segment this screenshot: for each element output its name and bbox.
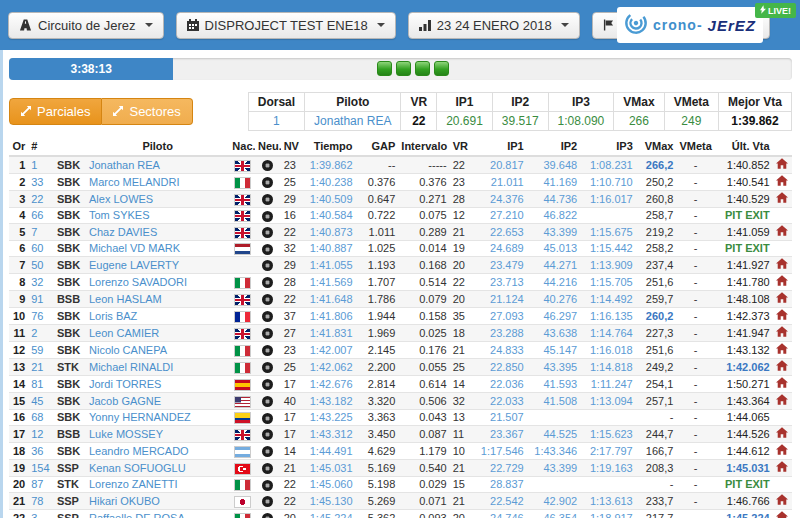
cell-num[interactable]: 21 xyxy=(28,359,54,376)
event-select-dropdown[interactable]: DISPROJECT TEST ENE18 xyxy=(176,12,396,39)
home-icon xyxy=(776,259,788,271)
cell-pilot[interactable]: Alex LOWES xyxy=(86,191,229,208)
cell-cls: SBK xyxy=(54,443,86,460)
cell-gap: 1.944 xyxy=(356,308,399,325)
cell-num[interactable]: 78 xyxy=(28,493,54,510)
cell-pilot[interactable]: Jordi TORRES xyxy=(86,376,229,393)
cell-num[interactable]: 60 xyxy=(28,241,54,257)
cell-ip1: 21.011 xyxy=(473,174,526,191)
cell-vmeta: - xyxy=(676,274,715,291)
flag-nl-icon xyxy=(234,243,251,255)
cell-ip2: 44.271 xyxy=(527,257,580,274)
cell-pilot[interactable]: Raffaelle DE ROSA xyxy=(86,510,229,518)
cell-pilot[interactable]: Leon HASLAM xyxy=(86,291,229,308)
cell-pilot[interactable]: Marco MELANDRI xyxy=(86,174,229,191)
live-badge-label: LIVE! xyxy=(768,6,791,16)
cell-num[interactable]: 12 xyxy=(28,426,54,443)
cell-cls: STK xyxy=(54,477,86,493)
cell-num[interactable]: 68 xyxy=(28,410,54,426)
cell-pilot[interactable]: Nicolo CANEPA xyxy=(86,342,229,359)
cell-gap: 1.707 xyxy=(356,274,399,291)
cell-ip1: 28.837 xyxy=(473,477,526,493)
cell-vr: 23 xyxy=(450,174,474,191)
cell-pilot[interactable]: Michael VD MARK xyxy=(86,241,229,257)
parciales-button[interactable]: Parciales xyxy=(9,98,102,125)
cell-pilot[interactable]: Yonny HERNANDEZ xyxy=(86,410,229,426)
cell-pilot[interactable]: Lorenzo SAVADORI xyxy=(86,274,229,291)
cell-pilot[interactable]: Leandro MERCADO xyxy=(86,443,229,460)
tire-icon xyxy=(262,362,273,373)
session-progress-bar: 3:38:13 xyxy=(9,58,173,80)
cell-num[interactable]: 32 xyxy=(28,274,54,291)
cell-ip1: 23.479 xyxy=(473,257,526,274)
cell-pilot[interactable]: Lorenzo ZANETTI xyxy=(86,477,229,493)
cell-num[interactable]: 7 xyxy=(28,224,54,241)
cell-num[interactable]: 87 xyxy=(28,477,54,493)
cell-pilot[interactable]: Loris BAZ xyxy=(86,308,229,325)
flag-gb-icon xyxy=(234,210,251,222)
flag-co-icon xyxy=(234,412,251,424)
cell-num[interactable]: 66 xyxy=(28,208,54,224)
cell-home xyxy=(773,257,792,274)
cell-num[interactable]: 33 xyxy=(28,174,54,191)
cell-pilot[interactable]: Leon CAMIER xyxy=(86,325,229,342)
cell-num[interactable]: 36 xyxy=(28,443,54,460)
timing-col-header-tiempo: Tiempo xyxy=(304,137,355,156)
cell-cls: SBK xyxy=(54,224,86,241)
summary-dorsal[interactable]: 1 xyxy=(248,112,304,131)
cell-num[interactable]: 154 xyxy=(28,460,54,477)
cell-ip2: 43.638 xyxy=(527,325,580,342)
timing-row: 1668SBKYonny HERNANDEZ171:43.2253.3630.0… xyxy=(9,410,792,426)
cell-num[interactable]: 1 xyxy=(28,156,54,174)
cell-num[interactable]: 81 xyxy=(28,376,54,393)
cell-ip1: 22.653 xyxy=(473,224,526,241)
cell-num[interactable]: 76 xyxy=(28,308,54,325)
tire-icon xyxy=(262,194,273,205)
cell-pilot[interactable]: Jacob GAGNE xyxy=(86,393,229,410)
tire-icon xyxy=(262,260,273,271)
cell-num[interactable]: 50 xyxy=(28,257,54,274)
cell-pilot[interactable]: Chaz DAVIES xyxy=(86,224,229,241)
timing-row: 57SBKChaz DAVIES221:40.8731.0110.2892122… xyxy=(9,224,792,241)
home-icon xyxy=(776,344,788,356)
dates-select-dropdown[interactable]: 23 24 ENERO 2018 xyxy=(408,12,580,39)
cell-pilot[interactable]: Hikari OKUBO xyxy=(86,493,229,510)
timing-row: 466SBKTom SYKES161:40.5840.7220.0751227.… xyxy=(9,208,792,224)
cell-vr: 20 xyxy=(450,510,474,518)
cell-num[interactable]: 2 xyxy=(28,325,54,342)
cell-cls: SSP xyxy=(54,493,86,510)
cell-or: 17 xyxy=(9,426,28,443)
cell-cls: SBK xyxy=(54,376,86,393)
cell-tiempo: 1:40.509 xyxy=(304,191,355,208)
cell-pilot[interactable]: Kenan SOFUOGLU xyxy=(86,460,229,477)
cell-neu xyxy=(255,308,281,325)
cell-num[interactable]: 3 xyxy=(28,510,54,518)
cell-num[interactable]: 45 xyxy=(28,393,54,410)
cell-pilot[interactable]: Jonathan REA xyxy=(86,156,229,174)
home-icon xyxy=(776,176,788,188)
cell-pilot[interactable]: Michael RINALDI xyxy=(86,359,229,376)
cell-ult: 1:40.541 xyxy=(715,174,773,191)
cell-flag xyxy=(229,308,255,325)
circuit-select-dropdown[interactable]: Circuito de Jerez xyxy=(8,12,164,39)
summary-piloto[interactable]: Jonathan REA xyxy=(305,112,401,131)
timing-row: 1259SBKNicolo CANEPA231:42.0072.1450.176… xyxy=(9,342,792,359)
cell-pilot[interactable]: Tom SYKES xyxy=(86,208,229,224)
cell-flag xyxy=(229,274,255,291)
cell-pilot[interactable]: Eugene LAVERTY xyxy=(86,257,229,274)
sectores-button[interactable]: Sectores xyxy=(102,98,192,125)
cell-interval: 1.179 xyxy=(398,443,449,460)
cell-num[interactable]: 59 xyxy=(28,342,54,359)
cell-num[interactable]: 91 xyxy=(28,291,54,308)
cell-vmax: 217,7 xyxy=(636,510,677,518)
cell-ult: 1:42.373 xyxy=(715,308,773,325)
cell-num[interactable]: 22 xyxy=(28,191,54,208)
leader-summary-header-row: DorsalPilotoVRIP1IP2IP3VMaxVMetaMejor Vt… xyxy=(248,93,791,112)
cell-pilot[interactable]: Luke MOSSEY xyxy=(86,426,229,443)
crono-jerez-logo[interactable]: crono-JErEZ xyxy=(617,7,763,43)
cell-neu xyxy=(255,460,281,477)
timing-table-header-row: Or#PilotoNac.Neu.NVTiempoGAPIntervaloVRI… xyxy=(9,137,792,156)
cell-nv: 14 xyxy=(281,443,305,460)
timing-row: 1836SBKLeandro MERCADO141:44.4914.6291.1… xyxy=(9,443,792,460)
cell-cls: STK xyxy=(54,359,86,376)
